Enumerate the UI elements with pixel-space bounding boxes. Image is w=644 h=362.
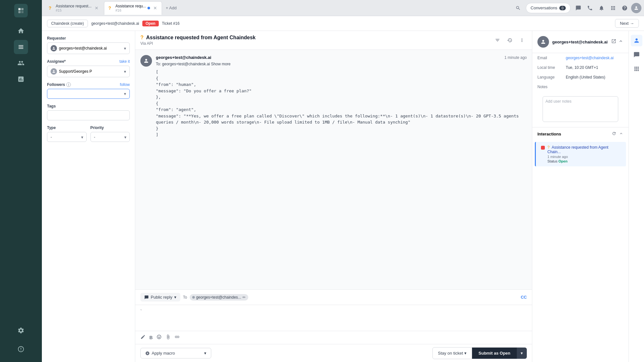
edit-recipient-icon[interactable]: ✏ bbox=[242, 295, 246, 300]
reply-type-button[interactable]: Public reply ▾ bbox=[140, 293, 180, 302]
breadcrumb-chaindesk[interactable]: Chaindesk (create) bbox=[47, 20, 88, 27]
content-area: Requester georges+test@chaindesk.ai ▾ As… bbox=[42, 31, 644, 362]
bell-icon[interactable] bbox=[596, 3, 607, 13]
cc-button[interactable]: CC bbox=[521, 295, 527, 300]
sidebar-item-zendesk[interactable] bbox=[14, 342, 28, 356]
interactions-header: Interactions bbox=[532, 127, 629, 141]
svg-rect-3 bbox=[21, 11, 24, 13]
next-button[interactable]: Next → bbox=[615, 19, 639, 28]
recipient-address: georges+test@chaindes... bbox=[196, 295, 241, 300]
tab-15-close[interactable]: ✕ bbox=[94, 5, 99, 11]
top-icons bbox=[573, 3, 641, 13]
more-icon[interactable] bbox=[517, 35, 527, 45]
svg-rect-1 bbox=[21, 8, 24, 10]
help-icon[interactable] bbox=[620, 3, 630, 13]
bottom-bar: Apply macro ▾ Stay on ticket ▾ Submit as… bbox=[135, 344, 532, 362]
tab-16-subtitle: #16 bbox=[115, 8, 146, 12]
stay-on-ticket-button[interactable]: Stay on ticket ▾ bbox=[432, 347, 472, 359]
tags-label: Tags bbox=[47, 104, 130, 108]
sidebar-item-reports[interactable] bbox=[14, 72, 28, 86]
search-button[interactable] bbox=[513, 3, 523, 13]
sidebar-item-tickets[interactable] bbox=[14, 40, 28, 54]
user-avatar-btn[interactable] bbox=[631, 3, 641, 13]
svg-rect-0 bbox=[18, 8, 21, 10]
right-icons-panel bbox=[629, 31, 644, 362]
show-more-link[interactable]: Show more bbox=[211, 62, 231, 66]
collapse-icon[interactable] bbox=[618, 39, 623, 45]
refresh-icon[interactable] bbox=[612, 131, 616, 137]
type-select[interactable]: - bbox=[47, 132, 87, 142]
sidebar-item-home[interactable] bbox=[14, 24, 28, 38]
priority-select[interactable]: - bbox=[90, 132, 130, 142]
filter-icon[interactable] bbox=[493, 35, 502, 45]
main-content: ? Assistance request... #15 ✕ ? Assistan… bbox=[42, 0, 644, 362]
user-panel-icon[interactable] bbox=[631, 35, 642, 46]
submit-dropdown-button[interactable]: ▾ bbox=[517, 348, 527, 359]
submit-button[interactable]: Submit as Open bbox=[472, 348, 517, 359]
external-link-icon[interactable] bbox=[611, 39, 616, 45]
requester-section: Requester georges+test@chaindesk.ai ▾ bbox=[47, 36, 130, 54]
follow-link[interactable]: follow bbox=[120, 82, 130, 87]
phone-icon[interactable] bbox=[585, 3, 595, 13]
tab-16-title: Assistance requ... bbox=[115, 4, 146, 8]
format-icon[interactable] bbox=[140, 334, 146, 341]
apps-panel-icon[interactable] bbox=[631, 63, 642, 75]
followers-chevron: ▾ bbox=[124, 91, 126, 96]
assignee-select[interactable]: Support/Georges P ▾ bbox=[47, 66, 130, 77]
conversations-button[interactable]: Conversations 0 bbox=[526, 3, 571, 13]
interactions-icons bbox=[612, 131, 623, 137]
apps-icon[interactable] bbox=[608, 3, 618, 13]
assignee-section: Assignee* take it Support/Georges P ▾ bbox=[47, 59, 130, 77]
type-section: Type - bbox=[47, 125, 87, 142]
status-value: Open bbox=[558, 159, 567, 163]
breadcrumb-email[interactable]: georges+test@chaindesk.ai bbox=[91, 21, 139, 26]
macro-button[interactable]: Apply macro ▾ bbox=[140, 348, 211, 358]
type-priority-row: Type - Priority - bbox=[47, 125, 130, 147]
interaction-item[interactable]: ? Assistance requested from Agent Chain.… bbox=[535, 142, 626, 166]
user-panel-avatar bbox=[537, 36, 549, 48]
middle-panel: ? Assistance requested from Agent Chaind… bbox=[135, 31, 532, 362]
conversation-question-icon: ? bbox=[140, 35, 144, 41]
sidebar-logo[interactable] bbox=[14, 4, 28, 17]
interaction-time: 1 minute ago bbox=[547, 155, 621, 159]
user-name: georges+test@chaindesk.ai bbox=[552, 40, 611, 44]
tags-input[interactable] bbox=[47, 110, 130, 120]
message-avatar bbox=[140, 55, 152, 67]
attachment-icon[interactable] bbox=[166, 334, 171, 341]
followers-input[interactable]: ▾ bbox=[47, 89, 130, 99]
email-value[interactable]: georges+test@chaindesk.ai bbox=[566, 56, 614, 60]
history-icon[interactable] bbox=[505, 35, 515, 45]
conversations-label: Conversations bbox=[531, 5, 557, 10]
tags-section: Tags bbox=[47, 104, 130, 120]
conversation-header: ? Assistance requested from Agent Chaind… bbox=[135, 31, 532, 50]
link-icon[interactable] bbox=[175, 334, 180, 341]
emoji-icon[interactable] bbox=[156, 334, 162, 341]
tab-16-icon: ? bbox=[108, 5, 113, 11]
tab-16[interactable]: ? Assistance requ... #16 ✕ bbox=[104, 1, 162, 15]
bold-icon[interactable]: B bbox=[149, 335, 153, 340]
tab-16-close[interactable]: ✕ bbox=[153, 5, 158, 11]
requester-label: Requester bbox=[47, 36, 130, 41]
tab-15[interactable]: ? Assistance request... #15 ✕ bbox=[44, 1, 103, 15]
right-panel: georges+test@chaindesk.ai Email georges+… bbox=[532, 31, 629, 362]
add-tab-button[interactable]: + Add bbox=[163, 4, 180, 12]
tab-15-icon: ? bbox=[49, 5, 54, 11]
interaction-content: ? Assistance requested from Agent Chain.… bbox=[547, 145, 621, 163]
conversation-panel-icon[interactable] bbox=[631, 49, 642, 60]
take-it-link[interactable]: take it bbox=[119, 59, 130, 64]
notes-textarea[interactable]: Add user notes bbox=[543, 96, 618, 122]
requester-select[interactable]: georges+test@chaindesk.ai ▾ bbox=[47, 42, 130, 54]
chat-icon[interactable] bbox=[573, 3, 583, 13]
message-area: georges+test@chaindesk.ai 1 minute ago T… bbox=[135, 50, 532, 289]
reply-body-area[interactable]: ` bbox=[135, 305, 532, 331]
sidebar-item-settings[interactable] bbox=[14, 323, 28, 338]
interaction-title-text: Assistance requested from Agent Chain... bbox=[547, 145, 608, 154]
interactions-label: Interactions bbox=[537, 132, 561, 136]
stay-chevron: ▾ bbox=[464, 351, 467, 356]
language-value: English (United States) bbox=[566, 75, 605, 79]
language-row: Language English (United States) bbox=[532, 72, 629, 82]
tab-15-subtitle: #15 bbox=[56, 8, 91, 12]
email-label: Email bbox=[537, 56, 563, 60]
sidebar-item-users[interactable] bbox=[14, 56, 28, 70]
interactions-collapse-icon[interactable] bbox=[619, 131, 623, 137]
